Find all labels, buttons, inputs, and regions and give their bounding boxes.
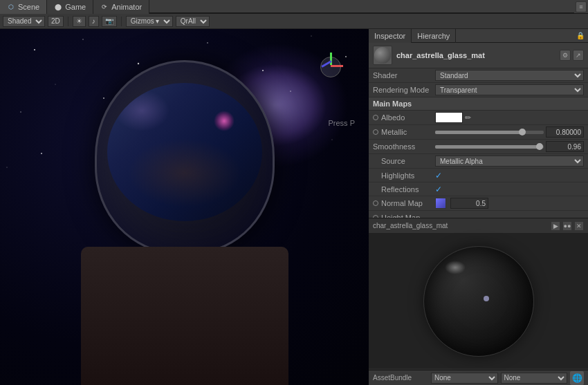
toolbar-sep-2 [121,17,122,26]
rendering-mode-value-area: Transparent [435,84,584,95]
reflections-checkmark: ✓ [435,185,442,194]
asset-bundle-dropdown-2[interactable]: None [501,373,568,384]
tab-scene-label: Scene [18,3,39,11]
normal-map-label: Normal Map [381,199,423,207]
right-panel: Inspector Hierarchy 🔒 char_astrella_glas… [369,29,588,385]
inspector-scroll[interactable]: char_astrella_glass_mat ⚙ ↗ Shader Stand… [369,43,588,218]
highlights-checkbox-area: ✓ [435,171,584,180]
press-p-hint: Press P [328,119,355,127]
lock-icon: 🔒 [576,32,585,39]
metallic-number-input[interactable] [546,126,584,138]
sphere-dot [484,296,489,301]
albedo-row: Albedo ✏ [369,111,588,125]
source-dropdown[interactable]: Metallic Alpha [435,156,584,167]
metallic-row: Metallic [369,125,588,140]
gizmo-y-axis [330,53,332,65]
material-controls: ⚙ ↗ [560,50,584,61]
normal-map-row: Normal Map [369,196,588,211]
visor-glow [214,111,235,131]
2d-button[interactable]: 2D [48,16,64,27]
albedo-label: Albedo [381,113,405,122]
tab-animator[interactable]: ⟳ Animator [93,0,149,14]
tab-game-label: Game [65,3,86,11]
game-icon: ⬤ [54,3,62,11]
shading-dropdown[interactable]: Shaded [3,16,45,27]
camera-button[interactable]: 📷 [102,16,117,27]
globe-button[interactable]: 🌐 [570,371,584,385]
reflections-checkbox-area: ✓ [435,185,584,194]
toolbar-sep-1 [68,17,68,26]
material-settings-btn[interactable]: ⚙ [560,50,571,61]
preview-play-btn[interactable]: ▶ [551,221,560,231]
highlights-checkmark: ✓ [435,171,442,180]
rendering-mode-label: Rendering Mode [373,86,435,94]
asset-bundle-dropdown-1[interactable]: None [431,373,498,384]
tab-animator-label: Animator [111,3,142,11]
preview-header: char_astrella_glass_mat ▶ ●● ✕ [369,218,588,234]
inspector-tab-spacer [456,29,573,42]
tab-hierarchy[interactable]: Hierarchy [412,29,456,43]
sun-button[interactable]: ☀ [73,16,86,27]
metallic-label: Metallic [381,128,407,136]
lock-button[interactable]: 🔒 [573,29,588,42]
normal-map-label-area: Normal Map [373,199,435,207]
smoothness-number-input[interactable] [546,141,584,152]
albedo-value-area: ✏ [435,112,584,123]
metallic-label-area: Metallic [373,128,435,136]
shader-row: Shader Standard [369,68,588,83]
material-thumbnail [373,46,392,65]
material-header: char_astrella_glass_mat ⚙ ↗ [369,43,588,68]
normal-map-number-input[interactable] [450,198,488,209]
tab-scene[interactable]: ⬡ Scene [0,0,47,14]
normal-map-circle [373,200,378,206]
highlights-label: Highlights [373,171,435,180]
hierarchy-tab-label: Hierarchy [417,32,450,40]
gizmo [313,50,348,84]
reflections-label: Reflections [373,185,435,194]
tab-inspector[interactable]: Inspector [369,29,412,43]
metallic-slider[interactable] [435,131,544,134]
smoothness-slider[interactable] [435,145,544,149]
smoothness-slider-thumb[interactable] [536,143,543,150]
suit-body [81,247,288,385]
preview-dots-btn[interactable]: ●● [562,221,572,231]
animator-icon: ⟳ [100,3,109,11]
gizmos-dropdown[interactable]: Gizmos ▾ [126,16,173,27]
material-open-btn[interactable]: ↗ [573,50,584,61]
svg-point-0 [34,49,35,50]
highlights-row: Highlights ✓ [369,169,588,182]
preview-section: char_astrella_glass_mat ▶ ●● ✕ [369,218,588,370]
helmet [95,60,275,254]
rendering-mode-dropdown[interactable]: Transparent [435,84,584,95]
rendering-mode-row: Rendering Mode Transparent [369,83,588,97]
source-row: Source Metallic Alpha [369,154,588,169]
preview-close-btn[interactable]: ✕ [574,221,584,231]
svg-point-1 [82,39,83,39]
top-tabs-bar: ⬡ Scene ⬤ Game ⟳ Animator ≡ [0,0,588,14]
layers-dropdown[interactable]: QrAll [176,16,210,27]
source-label: Source [373,157,435,165]
metallic-circle [373,129,378,135]
audio-button[interactable]: ♪ [89,16,99,27]
normal-map-thumbnail[interactable] [435,198,446,209]
eyedropper-icon[interactable]: ✏ [465,113,471,122]
preview-sphere [423,246,534,357]
tab-spacer [149,0,574,13]
scene-toolbar: Shaded 2D ☀ ♪ 📷 Gizmos ▾ QrAll [0,14,588,29]
panel-collapse-btn[interactable]: ≡ [576,1,587,12]
preview-canvas [369,234,588,368]
albedo-circle [373,115,378,120]
reflections-row: Reflections ✓ [369,182,588,196]
metallic-slider-thumb[interactable] [519,129,526,135]
smoothness-row: Smoothness [369,140,588,154]
albedo-color-swatch[interactable] [435,112,463,123]
astronaut [46,53,323,385]
tab-game[interactable]: ⬤ Game [47,0,93,14]
height-map-row: Height Map [369,211,588,218]
preview-controls: ▶ ●● ✕ [551,221,584,231]
scene-view: Press P [0,29,369,385]
shader-dropdown[interactable]: Standard [435,70,584,81]
asset-bundle-bar: AssetBundle None None 🌐 [369,370,588,385]
gizmo-x-axis [331,65,343,67]
svg-point-6 [311,35,311,36]
